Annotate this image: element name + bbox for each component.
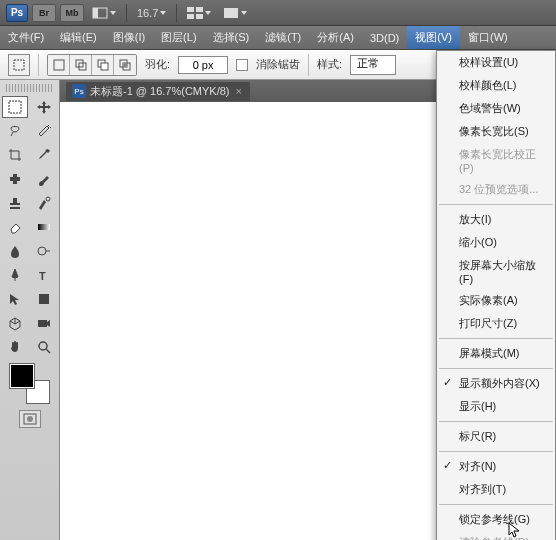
shape-tool[interactable] <box>31 288 57 310</box>
menu-filter[interactable]: 滤镜(T) <box>257 26 309 49</box>
active-tool-icon[interactable] <box>8 54 30 76</box>
menu-select[interactable]: 选择(S) <box>205 26 258 49</box>
menu-zoom-in[interactable]: 放大(I) <box>437 208 555 231</box>
menu-32bit-preview: 32 位预览选项... <box>437 178 555 201</box>
menu-gamut-warning[interactable]: 色域警告(W) <box>437 97 555 120</box>
minibridge-button[interactable]: Mb <box>60 4 84 22</box>
blur-tool[interactable] <box>2 240 28 262</box>
eraser-tool[interactable] <box>2 216 28 238</box>
crop-tool[interactable] <box>2 144 28 166</box>
photoshop-logo: Ps <box>6 4 28 22</box>
close-tab-icon[interactable]: × <box>234 85 244 97</box>
color-swatch[interactable] <box>10 364 50 404</box>
menu-window[interactable]: 窗口(W) <box>460 26 516 49</box>
foreground-color[interactable] <box>10 364 34 388</box>
selection-mode-group <box>47 54 137 76</box>
menu-screen-mode[interactable]: 屏幕模式(M) <box>437 342 555 365</box>
layout-dropdown[interactable] <box>88 7 120 19</box>
eyedropper-tool[interactable] <box>31 144 57 166</box>
svg-point-27 <box>27 416 33 422</box>
svg-rect-8 <box>54 60 64 70</box>
pen-tool[interactable] <box>2 264 28 286</box>
view-mode-dropdown[interactable] <box>183 7 215 19</box>
menu-actual-pixels[interactable]: 实际像素(A) <box>437 289 555 312</box>
menu-edit[interactable]: 编辑(E) <box>52 26 105 49</box>
menu-rulers[interactable]: 标尺(R) <box>437 425 555 448</box>
history-brush-tool[interactable] <box>31 192 57 214</box>
marquee-tool[interactable] <box>2 96 28 118</box>
svg-rect-5 <box>196 14 203 19</box>
hand-tool[interactable] <box>2 336 28 358</box>
svg-point-19 <box>46 197 50 201</box>
move-tool[interactable] <box>31 96 57 118</box>
menu-show[interactable]: 显示(H) <box>437 395 555 418</box>
svg-rect-23 <box>39 294 49 304</box>
menu-extras[interactable]: ✓显示额外内容(X) <box>437 372 555 395</box>
menu-snap[interactable]: ✓对齐(N) <box>437 455 555 478</box>
quickmask-button[interactable] <box>19 410 41 428</box>
menu-fit-screen[interactable]: 按屏幕大小缩放(F) <box>437 254 555 289</box>
menu-proof-setup[interactable]: 校样设置(U) <box>437 51 555 74</box>
zoom-tool[interactable] <box>31 336 57 358</box>
dodge-tool[interactable] <box>31 240 57 262</box>
toolbox-handle[interactable] <box>6 84 53 92</box>
style-label: 样式: <box>317 57 342 72</box>
3d-camera-tool[interactable] <box>31 312 57 334</box>
svg-rect-6 <box>224 8 238 18</box>
brush-tool[interactable] <box>31 168 57 190</box>
view-dropdown-menu: 校样设置(U) 校样颜色(L) 色域警告(W) 像素长宽比(S) 像素长宽比校正… <box>436 50 556 540</box>
menu-pixel-aspect[interactable]: 像素长宽比(S) <box>437 120 555 143</box>
feather-input[interactable] <box>178 56 228 74</box>
menu-view[interactable]: 视图(V) <box>407 26 460 49</box>
svg-rect-7 <box>14 60 24 70</box>
svg-rect-24 <box>38 320 47 327</box>
svg-rect-4 <box>187 14 194 19</box>
menu-zoom-out[interactable]: 缩小(O) <box>437 231 555 254</box>
zoom-dropdown[interactable]: 16.7 <box>133 7 170 19</box>
svg-rect-3 <box>196 7 203 12</box>
lasso-tool[interactable] <box>2 120 28 142</box>
svg-point-25 <box>39 342 47 350</box>
healing-tool[interactable] <box>2 168 28 190</box>
bridge-button[interactable]: Br <box>32 4 56 22</box>
document-icon: Ps <box>72 84 86 98</box>
antialias-checkbox[interactable] <box>236 59 248 71</box>
stamp-tool[interactable] <box>2 192 28 214</box>
path-selection-tool[interactable] <box>2 288 28 310</box>
document-tab[interactable]: Ps 未标题-1 @ 16.7%(CMYK/8) × <box>66 82 250 101</box>
check-icon: ✓ <box>443 376 452 389</box>
menu-snap-to[interactable]: 对齐到(T) <box>437 478 555 501</box>
svg-rect-1 <box>93 8 98 18</box>
menu-file[interactable]: 文件(F) <box>0 26 52 49</box>
menu-3d[interactable]: 3D(D) <box>362 26 407 49</box>
menu-layer[interactable]: 图层(L) <box>153 26 204 49</box>
check-icon: ✓ <box>443 459 452 472</box>
menubar: 文件(F) 编辑(E) 图像(I) 图层(L) 选择(S) 滤镜(T) 分析(A… <box>0 26 556 50</box>
selection-new[interactable] <box>48 55 70 75</box>
gradient-tool[interactable] <box>31 216 57 238</box>
svg-rect-12 <box>101 63 108 70</box>
menu-proof-colors[interactable]: 校样颜色(L) <box>437 74 555 97</box>
selection-intersect[interactable] <box>114 55 136 75</box>
svg-rect-2 <box>187 7 194 12</box>
screen-icon <box>223 7 239 19</box>
style-select[interactable]: 正常 <box>350 55 396 75</box>
svg-rect-16 <box>9 101 21 113</box>
svg-rect-18 <box>13 174 17 184</box>
selection-subtract[interactable] <box>92 55 114 75</box>
selection-add[interactable] <box>70 55 92 75</box>
cursor-icon <box>508 522 520 538</box>
toolbox: T <box>0 80 60 540</box>
magic-wand-tool[interactable] <box>31 120 57 142</box>
menu-image[interactable]: 图像(I) <box>105 26 153 49</box>
3d-tool[interactable] <box>2 312 28 334</box>
type-tool[interactable]: T <box>31 264 57 286</box>
menu-analysis[interactable]: 分析(A) <box>309 26 362 49</box>
screen-mode-dropdown[interactable] <box>219 7 251 19</box>
svg-text:T: T <box>39 270 46 282</box>
antialias-label: 消除锯齿 <box>256 57 300 72</box>
feather-label: 羽化: <box>145 57 170 72</box>
menu-pixel-aspect-correction: 像素长宽比校正(P) <box>437 143 555 178</box>
menu-lock-guides[interactable]: 锁定参考线(G) <box>437 508 555 531</box>
menu-print-size[interactable]: 打印尺寸(Z) <box>437 312 555 335</box>
